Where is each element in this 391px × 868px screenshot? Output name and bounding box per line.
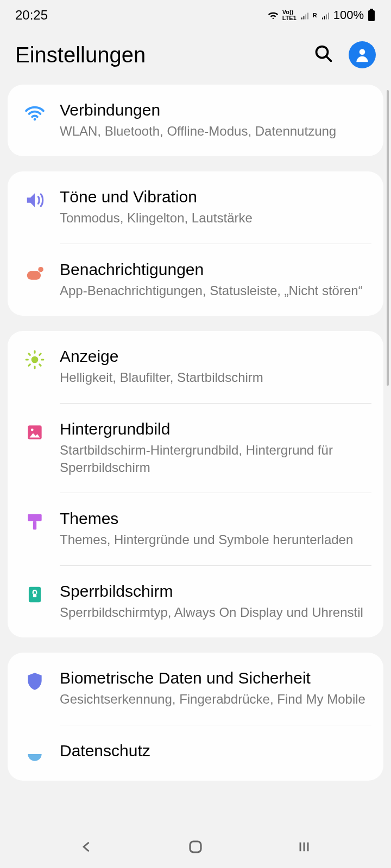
svg-line-15 [29,365,30,366]
svg-rect-1 [370,9,373,10]
settings-item-privacy[interactable]: Datenschutz [8,725,383,781]
settings-group: Verbindungen WLAN, Bluetooth, Offline-Mo… [8,85,383,156]
nav-back-button[interactable] [65,833,109,860]
item-title: Datenschutz [60,742,371,760]
item-subtitle: Tonmodus, Klingelton, Lautstärke [60,209,371,227]
item-title: Töne und Vibration [60,188,371,206]
item-subtitle: Helligkeit, Blaufilter, Startbildschirm [60,369,371,386]
settings-item-display[interactable]: Anzeige Helligkeit, Blaufilter, Startbil… [8,331,383,403]
signal-1-icon [300,10,310,20]
signal-r-icon: R [313,12,317,18]
svg-point-18 [31,428,34,431]
shield-icon [15,669,54,692]
svg-rect-6 [27,271,41,280]
status-time: 20:25 [15,8,48,23]
svg-point-8 [31,356,39,363]
svg-point-7 [38,267,43,272]
status-icons: Vo))LTE1 R 100% [267,8,376,22]
scrollbar[interactable] [387,90,389,386]
settings-item-biometrics[interactable]: Biometrische Daten und Sicherheit Gesich… [8,653,383,724]
item-subtitle: Themes, Hintergründe und Symbole herunte… [60,531,371,548]
search-button[interactable] [314,44,333,66]
battery-percent: 100% [333,8,364,22]
display-icon [15,347,54,370]
item-subtitle: App-Benachrichtigungen, Statusleiste, „N… [60,282,371,299]
page-title: Einstellungen [15,43,146,67]
settings-item-wallpaper[interactable]: Hintergrundbild Startbildschirm-Hintergr… [8,404,383,493]
sound-icon [15,188,54,210]
item-subtitle: WLAN, Bluetooth, Offline-Modus, Datennut… [60,123,371,140]
settings-list: Verbindungen WLAN, Bluetooth, Offline-Mo… [0,85,391,850]
settings-item-notifications[interactable]: Benachrichtigungen App-Benachrichtigunge… [8,244,383,316]
status-bar: 20:25 Vo))LTE1 R 100% [0,0,391,30]
profile-button[interactable] [349,41,376,68]
item-title: Biometrische Daten und Sicherheit [60,669,371,687]
wifi-icon [15,101,54,124]
settings-group: Biometrische Daten und Sicherheit Gesich… [8,653,383,780]
item-title: Themes [60,509,371,528]
svg-line-14 [40,365,41,366]
svg-line-13 [29,354,30,355]
navigation-bar [0,826,391,868]
item-title: Benachrichtigungen [60,260,371,279]
settings-item-themes[interactable]: Themes Themes, Hintergründe und Symbole … [8,493,383,565]
battery-icon [367,9,376,22]
item-title: Hintergrundbild [60,420,371,438]
privacy-icon [15,742,54,764]
wallpaper-icon [15,420,54,443]
lockscreen-icon [15,582,54,605]
svg-rect-19 [28,514,41,521]
svg-line-3 [326,56,331,61]
header: Einstellungen [0,30,391,85]
svg-point-4 [360,49,365,55]
notification-icon [15,260,54,283]
item-title: Verbindungen [60,101,371,119]
item-subtitle: Startbildschirm-Hintergrundbild, Hinterg… [60,442,371,477]
svg-rect-0 [368,10,375,21]
svg-rect-20 [33,521,36,530]
settings-item-sound[interactable]: Töne und Vibration Tonmodus, Klingelton,… [8,171,383,243]
svg-line-16 [40,354,41,355]
volte-status-icon: Vo))LTE1 [282,9,297,21]
wifi-status-icon [267,9,279,21]
settings-item-connections[interactable]: Verbindungen WLAN, Bluetooth, Offline-Mo… [8,85,383,156]
svg-rect-22 [33,593,36,597]
item-title: Sperrbildschirm [60,582,371,601]
item-subtitle: Gesichtserkennung, Fingerabdrücke, Find … [60,691,371,708]
svg-point-5 [34,118,36,121]
settings-group: Töne und Vibration Tonmodus, Klingelton,… [8,171,383,316]
themes-icon [15,509,54,532]
nav-recents-button[interactable] [282,833,326,860]
svg-rect-23 [190,841,201,852]
item-subtitle: Sperrbildschirmtyp, Always On Display un… [60,604,371,621]
settings-item-lockscreen[interactable]: Sperrbildschirm Sperrbildschirmtyp, Alwa… [8,566,383,637]
settings-group: Anzeige Helligkeit, Blaufilter, Startbil… [8,331,383,637]
nav-home-button[interactable] [174,833,217,860]
signal-2-icon [320,10,330,20]
item-title: Anzeige [60,347,371,366]
